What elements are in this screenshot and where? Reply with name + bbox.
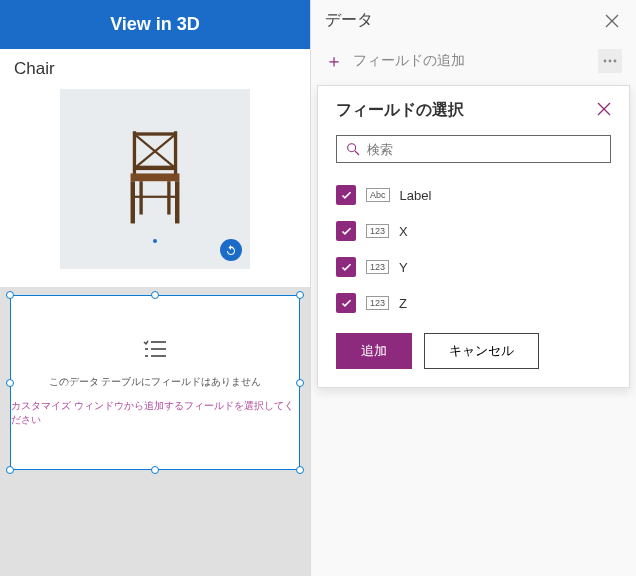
check-icon [340, 189, 353, 202]
refresh-icon [225, 244, 237, 256]
resize-handle[interactable] [296, 291, 304, 299]
field-label: Z [399, 296, 407, 311]
data-panel: データ ＋ フィールドの追加 フィールドの選択 [310, 0, 636, 576]
type-badge: Abc [366, 188, 390, 202]
field-label: Label [400, 188, 432, 203]
panel-title: データ [325, 10, 373, 31]
svg-line-25 [355, 151, 359, 155]
svg-rect-5 [134, 166, 176, 170]
add-field-button[interactable]: ＋ フィールドの追加 [311, 41, 636, 81]
search-input[interactable] [367, 142, 602, 157]
check-icon [340, 261, 353, 274]
field-item[interactable]: 123X [336, 213, 611, 249]
chair-icon [120, 129, 190, 229]
checkbox[interactable] [336, 257, 356, 277]
data-table[interactable]: このデータ テーブルにフィールドはありません カスタマイズ ウィンドウから追加す… [10, 295, 300, 470]
search-input-wrap[interactable] [336, 135, 611, 163]
svg-rect-8 [175, 181, 179, 223]
reset-view-button[interactable] [220, 239, 242, 261]
resize-handle[interactable] [151, 466, 159, 474]
empty-text-1: このデータ テーブルにフィールドはありません [49, 375, 262, 389]
svg-rect-7 [131, 181, 135, 223]
resize-handle[interactable] [296, 379, 304, 387]
panel-header: データ [311, 0, 636, 41]
scene-card: Chair [0, 49, 310, 287]
check-icon [340, 297, 353, 310]
add-button[interactable]: 追加 [336, 333, 412, 369]
field-label: Y [399, 260, 408, 275]
empty-text-2: カスタマイズ ウィンドウから追加するフィールドを選択してください [11, 399, 299, 427]
more-options-button[interactable] [598, 49, 622, 73]
resize-handle[interactable] [296, 466, 304, 474]
viewer-3d[interactable] [60, 89, 250, 269]
field-item[interactable]: 123Y [336, 249, 611, 285]
resize-handle[interactable] [151, 291, 159, 299]
plus-icon: ＋ [325, 49, 343, 73]
svg-point-24 [348, 144, 356, 152]
add-field-label: フィールドの追加 [353, 52, 465, 70]
type-badge: 123 [366, 260, 389, 274]
field-item[interactable]: AbcLabel [336, 177, 611, 213]
svg-point-21 [614, 60, 617, 63]
cancel-button[interactable]: キャンセル [424, 333, 539, 369]
resize-handle[interactable] [6, 291, 14, 299]
type-badge: 123 [366, 224, 389, 238]
svg-rect-11 [133, 196, 177, 198]
resize-handle[interactable] [6, 379, 14, 387]
app-header: View in 3D [0, 0, 310, 49]
scene-label: Chair [0, 49, 310, 89]
preview-panel: View in 3D Chair [0, 0, 310, 576]
checkbox[interactable] [336, 293, 356, 313]
search-icon [345, 141, 361, 157]
svg-rect-2 [134, 132, 176, 135]
field-item[interactable]: 123Z [336, 285, 611, 321]
svg-rect-6 [131, 173, 180, 181]
checkbox[interactable] [336, 185, 356, 205]
check-icon [340, 225, 353, 238]
close-icon [605, 14, 619, 28]
field-label: X [399, 224, 408, 239]
close-popup-button[interactable] [597, 102, 611, 120]
type-badge: 123 [366, 296, 389, 310]
resize-handle[interactable] [6, 466, 14, 474]
field-list: AbcLabel123X123Y123Z [318, 177, 629, 321]
close-panel-button[interactable] [602, 11, 622, 31]
svg-point-20 [609, 60, 612, 63]
pivot-dot-icon [153, 239, 157, 243]
checklist-icon [142, 339, 168, 365]
svg-point-19 [604, 60, 607, 63]
close-icon [597, 102, 611, 116]
checkbox[interactable] [336, 221, 356, 241]
ellipsis-icon [603, 59, 617, 63]
field-select-popup: フィールドの選択 AbcLabel123X123Y123Z 追加 キャンセル [317, 85, 630, 388]
popup-title: フィールドの選択 [336, 100, 464, 121]
